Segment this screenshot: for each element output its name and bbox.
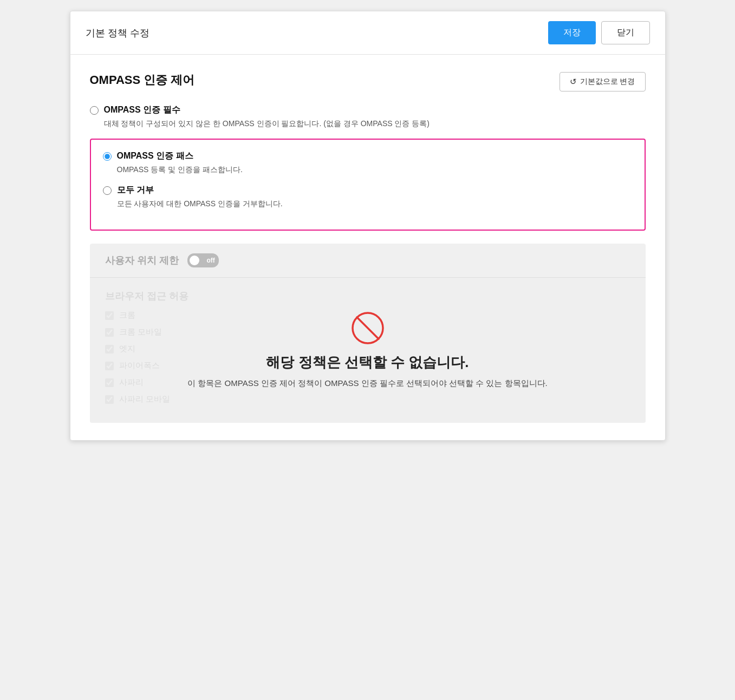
reset-button[interactable]: ↺ 기본값으로 변경 [560,72,646,91]
overlay-title: 해당 정책은 선택할 수 없습니다. [266,353,469,372]
radio-required-desc: 대체 정책이 구성되어 있지 않은 한 OMPASS 인증이 필요합니다. (없… [104,119,646,129]
header-buttons: 저장 닫기 [548,21,650,44]
option-pass: OMPASS 인증 패스 OMPASS 등록 및 인증을 패스합니다. [103,151,633,175]
option-deny: 모두 거부 모든 사용자에 대한 OMPASS 인증을 거부합니다. [103,185,633,209]
section-header: OMPASS 인증 제어 ↺ 기본값으로 변경 [90,72,646,91]
user-location-header: 사용자 위치 제한 off [90,244,646,278]
radio-required-label[interactable]: OMPASS 인증 필수 [104,104,180,116]
radio-option-required[interactable]: OMPASS 인증 필수 [90,104,646,116]
reset-label: 기본값으로 변경 [580,77,635,87]
close-button[interactable]: 닫기 [601,21,650,44]
selected-box: OMPASS 인증 패스 OMPASS 등록 및 인증을 패스합니다. 모두 거… [90,139,646,231]
option-required: OMPASS 인증 필수 대체 정책이 구성되어 있지 않은 한 OMPASS … [90,104,646,129]
svg-line-1 [357,317,379,339]
disabled-section: 사용자 위치 제한 off 브라우저 접근 허용 크롬 크롬 모바일 [90,244,646,423]
modal-title: 기본 정책 수정 [86,27,149,40]
overlay-desc: 이 항목은 OMPASS 인증 제어 정책이 OMPASS 인증 필수로 선택되… [187,378,547,389]
radio-required[interactable] [90,106,99,115]
radio-pass[interactable] [103,152,112,161]
radio-pass-label[interactable]: OMPASS 인증 패스 [117,151,193,162]
save-button[interactable]: 저장 [548,21,596,44]
radio-deny[interactable] [103,186,112,195]
browser-access-section: 브라우저 접근 허용 크롬 크롬 모바일 엣지 파이어폭스 [90,278,646,423]
no-entry-icon [352,312,384,344]
radio-deny-desc: 모든 사용자에 대한 OMPASS 인증을 거부합니다. [117,199,633,209]
radio-deny-label[interactable]: 모두 거부 [117,185,154,196]
toggle-off[interactable]: off [187,253,219,267]
radio-option-pass[interactable]: OMPASS 인증 패스 [103,151,633,162]
disabled-overlay: 해당 정책은 선택할 수 없습니다. 이 항목은 OMPASS 인증 제어 정책… [90,278,646,423]
modal-header: 기본 정책 수정 저장 닫기 [70,11,665,55]
section-title: OMPASS 인증 제어 [90,72,195,88]
radio-pass-desc: OMPASS 등록 및 인증을 패스합니다. [117,165,633,175]
modal-body: OMPASS 인증 제어 ↺ 기본값으로 변경 OMPASS 인증 필수 대체 … [70,55,665,440]
user-location-label: 사용자 위치 제한 [105,254,179,267]
reset-icon: ↺ [570,77,577,87]
toggle-off-label: off [207,257,215,264]
radio-option-deny[interactable]: 모두 거부 [103,185,633,196]
modal: 기본 정책 수정 저장 닫기 OMPASS 인증 제어 ↺ 기본값으로 변경 O… [70,11,666,441]
